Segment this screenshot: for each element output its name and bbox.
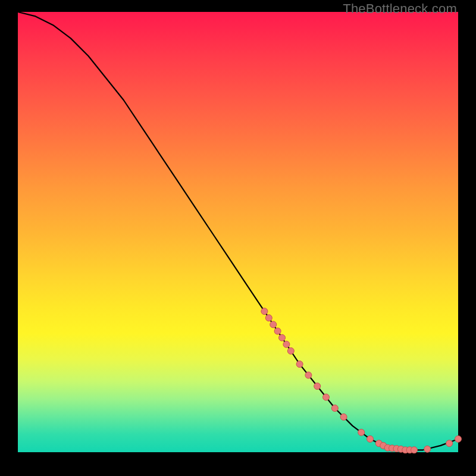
data-point — [340, 414, 347, 420]
data-point — [265, 315, 272, 321]
data-point — [446, 440, 453, 447]
chart-svg — [18, 12, 458, 452]
data-point — [261, 308, 268, 315]
data-point — [331, 405, 338, 412]
chart-frame: TheBottleneck.com — [0, 0, 476, 476]
data-point — [296, 361, 303, 368]
data-point — [287, 347, 294, 354]
data-point — [411, 447, 418, 453]
data-point — [323, 394, 330, 400]
curve-markers — [261, 308, 462, 453]
plot-area — [18, 12, 458, 452]
data-point — [367, 436, 374, 442]
data-point — [358, 429, 365, 436]
curve-line — [18, 12, 458, 450]
data-point — [455, 436, 462, 442]
data-point — [274, 328, 281, 334]
data-point — [424, 446, 431, 452]
data-point — [283, 341, 290, 347]
data-point — [305, 372, 312, 378]
watermark-text: TheBottleneck.com — [343, 1, 457, 17]
data-point — [270, 321, 277, 328]
data-point — [314, 383, 321, 390]
data-point — [279, 334, 286, 341]
